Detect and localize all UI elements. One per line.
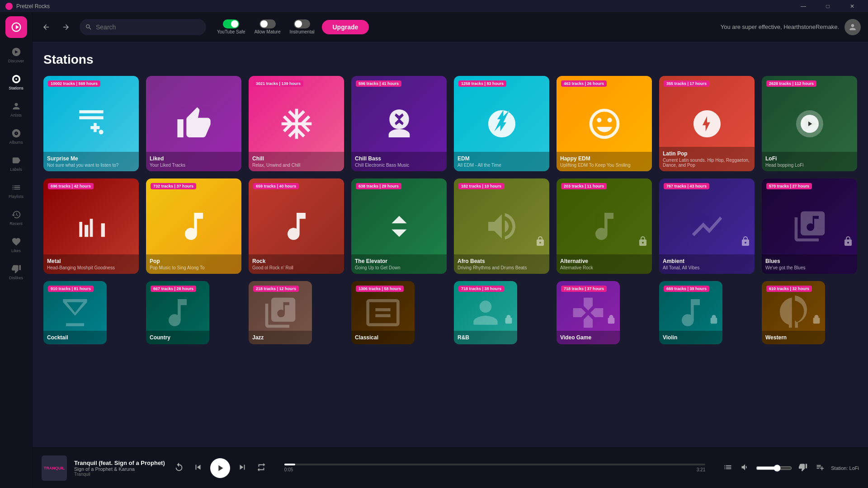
instrumental-toggle[interactable]: Instrumental [289,19,314,34]
station-card-ambient[interactable]: 767 tracks | 43 hours Ambient All Tonal,… [659,178,755,274]
prev-button[interactable] [191,460,205,475]
sidebar-item-artists[interactable]: Artists [0,96,32,123]
station-card-latin-pop[interactable]: 355 tracks | 17 hours Latin Pop Current … [659,76,755,171]
western-lock [811,314,821,326]
maximize-button[interactable]: □ [817,0,838,13]
close-button[interactable]: ✕ [842,0,863,13]
app-title: Pretzel Rocks [16,3,50,9]
replay-button[interactable] [172,460,186,475]
progress-fill [284,464,295,465]
violin-lock [709,314,719,326]
sidebar-item-dislikes[interactable]: Dislikes [0,258,32,286]
cocktail-badge: 910 tracks | 81 hours [48,286,94,292]
chill-info: Chill Relax, Unwind and Chill [249,152,344,171]
sidebar-item-playlists[interactable]: Playlists [0,177,32,204]
allow-mature-switch[interactable] [259,19,276,28]
alternative-lock [637,236,648,249]
station-card-liked[interactable]: Liked Your Liked Tracks [146,76,241,171]
sidebar-item-recent[interactable]: Recent [0,204,32,231]
rock-badge: 659 tracks | 40 hours [253,183,299,189]
app-icon [5,3,13,10]
station-card-rnb[interactable]: 718 tracks | 38 hours R&B [454,281,517,344]
volume-slider[interactable] [756,465,792,472]
chill-badge: 3021 tracks | 139 hours [253,80,303,87]
station-card-elevator[interactable]: 638 tracks | 29 hours The Elevator Going… [351,178,447,274]
surprise-me-info: Surprise Me Not sure what you want to li… [43,152,139,171]
station-card-country[interactable]: 667 tracks | 28 hours Country [146,281,209,344]
stations-grid-row3: 910 tracks | 81 hours Cocktail 667 track… [43,281,857,344]
page-title: Stations [43,52,857,67]
station-card-lofi[interactable]: 2628 tracks | 112 hours LoFi Head boppin… [762,76,857,171]
station-card-edm[interactable]: 1258 tracks | 83 hours EDM All EDM - All… [454,76,549,171]
station-card-happy-edm[interactable]: 463 tracks | 26 hours Happy EDM Upliftin… [557,76,652,171]
player-controls [172,458,268,478]
forward-button[interactable] [60,21,72,33]
youtube-safe-toggle[interactable]: YouTube Safe [217,19,245,34]
western-info: Western [762,331,825,344]
youtube-safe-switch[interactable] [223,19,239,28]
app-container: Discover Stations Artists Albums Labels … [0,13,868,488]
play-pause-button[interactable] [210,458,230,478]
sidebar-item-labels[interactable]: Labels [0,150,32,177]
upgrade-button[interactable]: Upgrade [322,20,369,34]
sidebar-item-likes[interactable]: Likes [0,231,32,258]
lofi-play-button[interactable] [801,115,819,133]
progress-bar[interactable] [284,464,705,465]
station-card-afro-beats[interactable]: 182 tracks | 10 hours Afro Beats Driving… [454,178,549,274]
player: TRANQUIL Tranquil (feat. Sign of a Proph… [33,447,868,488]
station-card-surprise-me[interactable]: 10002 tracks | 569 hours Surprise Me Not… [43,76,139,171]
station-card-pop[interactable]: 732 tracks | 37 hours Pop Pop Music to S… [146,178,241,274]
happy-edm-info: Happy EDM Uplifting EDM To Keep You Smil… [557,152,652,171]
station-card-alternative[interactable]: 203 tracks | 11 hours Alternative Altern… [557,178,652,274]
allow-mature-toggle[interactable]: Allow Mature [255,19,281,34]
player-title: Tranquil (feat. Sign of a Prophet) [74,460,165,466]
lofi-play-overlay [762,76,857,171]
station-card-rock[interactable]: 659 tracks | 40 hours Rock Good ol Rock … [249,178,344,274]
elevator-badge: 638 tracks | 29 hours [356,183,401,189]
station-card-classical[interactable]: 1306 tracks | 58 hours Classical [351,281,415,344]
rnb-lock [504,314,514,326]
thumbs-down-button[interactable] [797,461,809,475]
latin-pop-badge: 355 tracks | 17 hours [664,80,709,87]
ambient-lock [740,236,751,249]
station-card-chill[interactable]: 3021 tracks | 139 hours Chill Relax, Unw… [249,76,344,171]
discover-label: Discover [8,59,24,63]
elevator-info: The Elevator Going Up to Get Down [351,254,447,274]
player-thumbnail: TRANQUIL [42,455,67,481]
queue-button[interactable] [722,461,734,475]
repeat-button[interactable] [255,460,268,475]
station-card-violin[interactable]: 669 tracks | 38 hours Violin [659,281,722,344]
station-card-western[interactable]: 610 tracks | 32 hours Western [762,281,825,344]
station-card-jazz[interactable]: 218 tracks | 12 hours Jazz [249,281,312,344]
station-card-metal[interactable]: 696 tracks | 42 hours Metal Head-Banging… [43,178,139,274]
station-card-blues[interactable]: 570 tracks | 27 hours Blues We've got th… [762,178,857,274]
alternative-badge: 203 tracks | 11 hours [561,183,607,189]
user-avatar[interactable] [844,19,861,35]
jazz-badge: 218 tracks | 12 hours [253,286,299,292]
back-button[interactable] [40,21,52,33]
search-bar[interactable] [80,19,206,35]
search-input[interactable] [96,23,201,31]
blues-info: Blues We've got the Blues [762,254,857,274]
metal-badge: 696 tracks | 42 hours [48,183,94,189]
volume-button[interactable] [739,461,751,475]
svg-point-0 [15,78,17,80]
sidebar-item-albums[interactable]: Albums [0,123,32,150]
station-card-cocktail[interactable]: 910 tracks | 81 hours Cocktail [43,281,107,344]
progress-times: 0:05 3:21 [284,467,705,472]
titlebar: Pretzel Rocks — □ ✕ [0,0,868,13]
station-card-video-game[interactable]: 718 tracks | 37 hours Video Game [557,281,620,344]
user-text: You are super effective, HearthstoneRema… [721,23,839,30]
sidebar-item-stations[interactable]: Stations [0,69,32,96]
player-info: Tranquil (feat. Sign of a Prophet) Sign … [74,460,165,477]
liked-info: Liked Your Liked Tracks [146,152,241,171]
video-game-info: Video Game [557,331,620,344]
instrumental-switch[interactable] [294,19,310,28]
station-card-chill-bass[interactable]: 596 tracks | 41 hours Chill Bass Chill E… [351,76,447,171]
blues-lock [843,236,854,249]
minimize-button[interactable]: — [793,0,814,13]
player-album: Tranquil [74,472,165,477]
sidebar-item-discover[interactable]: Discover [0,42,32,69]
add-to-playlist-button[interactable] [814,461,826,475]
next-button[interactable] [236,460,249,475]
